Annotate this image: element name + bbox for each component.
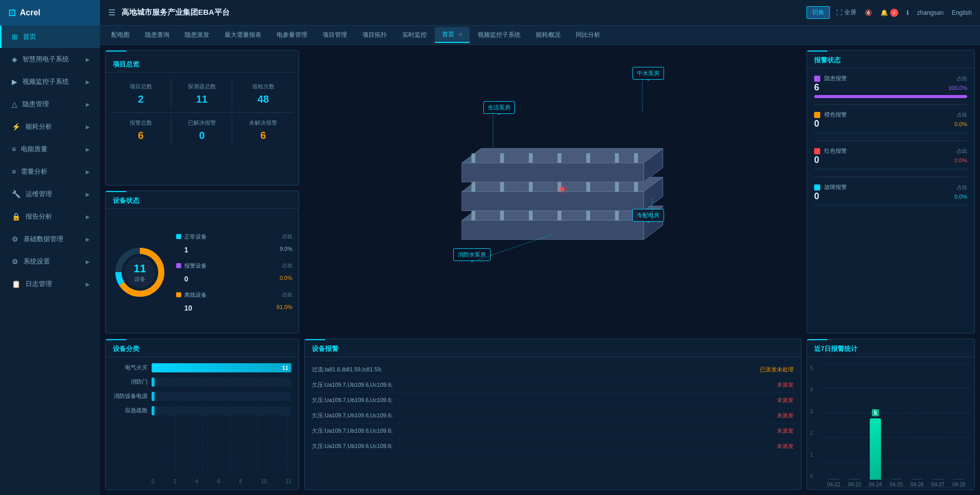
tab-diagram[interactable]: 配电图 [104,28,137,42]
donut-total: 11 [134,262,146,275]
alarm-pct: 0.0% [954,121,967,127]
tab-video-control[interactable]: 视频监控子系统 [471,28,528,42]
bar-col-0 [828,479,839,480]
legend-normal-vals: 1 9.0% [176,246,292,254]
tab-close-icon[interactable]: ✕ [458,32,462,37]
sidebar-item-system-settings[interactable]: ⚙ 系统设置 ▶ [0,250,100,273]
ratio-label: 占比 [957,75,967,82]
sidebar-item-smart-electrical[interactable]: ◈ 智慧用电子系统 ▶ [0,48,100,70]
tab-hidden-dispatch[interactable]: 隐患派发 [178,28,216,42]
substation-label: 专配电房 [632,209,664,222]
alarm-status: 未派发 [777,427,794,435]
bar-label-6: 04-28 [952,482,966,487]
alarm-text: 过流:Ia81.6,Ib81.59,Ic81.59; [312,366,382,373]
alarm-pct: 0.0% [954,157,967,163]
tab-project-expand[interactable]: 项目拓扑 [355,28,394,42]
tab-energy-status[interactable]: 能耗概况 [529,28,568,42]
alarm-row-0: 过流:Ia81.6,Ib81.59,Ic81.59; 已派发未处理 [309,362,797,378]
svg-rect-12 [557,211,561,221]
device-status-content: 11 设备 正常设备 占比 1 9.0% [106,212,299,333]
offline-pct: 91.0% [277,304,292,312]
classify-bar-bg [152,392,291,401]
stat-project-count: 项目总数 2 [111,79,172,109]
stat-label: 报警总数 [113,119,169,127]
mute-button[interactable]: 🔇 [865,9,872,16]
tab-label: 配电图 [111,31,130,39]
sidebar-item-power-quality[interactable]: ≡ 电能质量 ▶ [0,138,100,160]
sidebar-item-report[interactable]: 🔒 报告分析 ▶ [0,205,100,228]
alarm-text: 欠压:Ua109.7,Ub109.6,Uc109.6; [312,396,393,404]
alarm-row-5: 欠压:Ua109.7,Ub109.6,Uc109.6; 未派发 [309,439,797,454]
expand-arrow-icon: ▶ [86,57,90,62]
sidebar-item-video-monitor[interactable]: ▶ 视频监控子系统 ▶ [0,70,100,93]
switch-button[interactable]: 切换 [806,6,830,19]
report-icon: 🔒 [12,213,20,221]
bar-chart-grid [823,363,969,487]
svg-rect-24 [500,153,504,163]
tab-hidden-query[interactable]: 隐患查询 [138,28,177,42]
fullscreen-button[interactable]: ⛶ 全屏 [836,8,856,17]
bar-label-2: 04-24 [869,482,882,487]
alarm-bar-bg [814,95,967,98]
stat-label: 未解决报警 [235,119,291,127]
user-profile[interactable]: zhangsan [917,9,944,16]
language-selector[interactable]: English [952,9,972,16]
stat-value: 11 [174,93,230,105]
stat-label: 已解决报警 [174,119,230,127]
svg-rect-22 [634,182,638,192]
svg-rect-21 [615,182,619,192]
sidebar-label: 视频监控子系统 [22,77,69,86]
main-content: ☰ 高地城市服务产业集团EBA平台 切换 ⛶ 全屏 🔇 🔔 0 ℹ zhangs… [100,0,980,495]
tab-demand-report[interactable]: 最大需量报表 [217,28,268,42]
tab-label: 能耗概况 [536,31,560,39]
sidebar-item-base-data[interactable]: ⚙ 基础数据管理 ▶ [0,228,100,250]
sidebar: ⊡ Acrel ⊞ 首页 ◈ 智慧用电子系统 ▶ ▶ 视频监控子系统 ▶ △ 隐… [0,0,100,495]
alarm-text: 欠压:Ua109.7,Ub109.6,Uc109.6; [312,427,393,435]
classify-bar-bg: 11 [152,363,291,372]
y-label-4: 4 [810,387,813,392]
ratio-label: 占比 [282,262,292,269]
notification-button[interactable]: 🔔 0 [880,9,898,17]
axis-3: 6 [217,479,220,484]
tab-compare-analysis[interactable]: 同比分析 [569,28,607,42]
sidebar-item-home[interactable]: ⊞ 首页 [0,26,100,48]
maintenance-icon: 🔧 [12,190,20,198]
grid-line [823,413,969,413]
bar-label-0: 04-22 [827,482,841,487]
legend-offline-row: 离线设备 占比 [176,291,292,299]
sidebar-item-maintenance[interactable]: 🔧 运维管理 ▶ [0,183,100,205]
menu-toggle-icon[interactable]: ☰ [108,8,115,17]
nav-tabs: 配电图 隐患查询 隐患派发 最大需量报表 电参量管理 项目管理 项目拓扑 实时监… [100,26,980,45]
alarm-row-4: 欠压:Ua109.7,Ub109.6,Uc109.6; 未派发 [309,423,797,439]
svg-marker-8 [462,149,663,163]
tab-project-mgmt[interactable]: 项目管理 [315,28,354,42]
device-classify-title: 设备分类 [106,339,299,357]
week-chart-panel: 近7日报警统计 5 4 3 2 1 0 [806,339,975,490]
tab-power-mgmt[interactable]: 电参量管理 [270,28,314,42]
dashboard: 项目总览 项目总数 2 探测器总数 11 巡检次数 48 报警总数 [100,45,980,495]
grid-line [823,363,969,364]
stat-value: 6 [113,130,169,142]
sidebar-item-demand[interactable]: ≡ 需量分析 ▶ [0,160,100,183]
y-label-2: 2 [810,430,813,436]
device-alarm-panel: 设备报警 过流:Ia81.6,Ib81.59,Ic81.59; 已派发未处理 欠… [304,339,801,490]
classify-bar [152,378,155,387]
legend-alarm-row: 报警设备 占比 [176,262,292,270]
info-button[interactable]: ℹ [906,9,909,16]
building-3d-model [430,115,675,268]
svg-rect-16 [472,182,476,192]
notification-badge: 0 [890,9,898,17]
classify-item-3: 应急疏散 [113,406,291,415]
stat-alarm-total: 报警总数 6 [111,115,172,146]
tab-home[interactable]: 首页 ✕ [435,27,470,43]
tab-realtime-monitor[interactable]: 实时监控 [395,28,434,42]
expand-arrow-icon: ▶ [86,147,90,152]
sidebar-item-log[interactable]: 📋 日志管理 ▶ [0,273,100,295]
sidebar-item-energy[interactable]: ⚡ 能耗分析 ▶ [0,115,100,138]
svg-marker-3 [462,192,644,211]
sidebar-item-hidden-danger[interactable]: △ 隐患管理 ▶ [0,93,100,115]
grid-line [823,462,969,463]
offline-dot [176,292,181,297]
classify-bar: 11 [152,363,291,372]
svg-rect-14 [615,211,619,221]
